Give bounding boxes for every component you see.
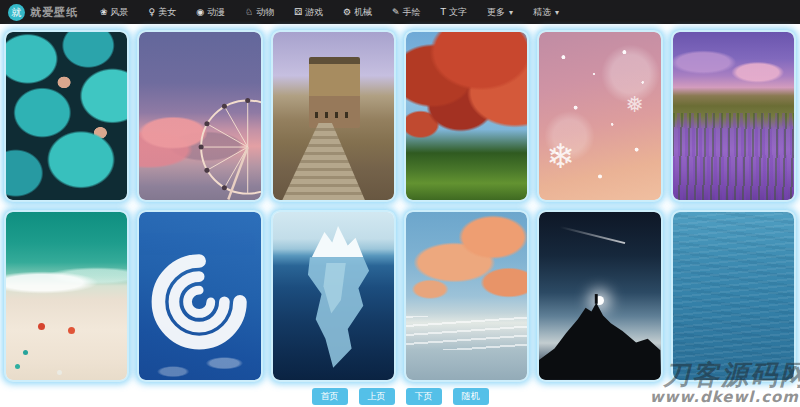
text-icon: T	[441, 7, 447, 17]
nav-item-label: 美女	[158, 6, 176, 19]
pagination-prev-button[interactable]: 上页	[359, 388, 395, 405]
wallpaper-thumbnail-great-wall[interactable]	[271, 30, 396, 202]
wallpaper-thumbnail-iceberg[interactable]	[271, 210, 396, 382]
top-navbar: 就 就爱壁纸 ❀ 风景 ♀ 美女 ◉ 动漫 ♘ 动物 ⚄ 游戏 ⚙ 机械 ✎ 手…	[0, 0, 800, 24]
teal-flowers-image	[6, 32, 127, 200]
wallpaper-thumbnail-lavender-field[interactable]	[671, 30, 796, 202]
game-icon: ⚄	[294, 7, 302, 17]
aerial-beach-image	[6, 212, 127, 380]
watchtower-shape	[309, 57, 360, 128]
pagination-random-button[interactable]: 随机	[453, 388, 489, 405]
pagination-bar: 首页 上页 下页 随机	[0, 388, 800, 405]
nav-item-featured[interactable]: 精选 ▾	[523, 0, 569, 24]
nav-item-anime[interactable]: ◉ 动漫	[186, 0, 235, 24]
pink-snowflakes-image	[539, 32, 660, 200]
logo-badge-icon: 就	[8, 4, 25, 21]
wallpaper-thumbnail-ferris-wheel-sunset[interactable]	[137, 30, 262, 202]
ferris-wheel-sunset-image	[139, 32, 260, 200]
chevron-down-icon: ▾	[555, 8, 559, 17]
nav-item-label: 动物	[256, 6, 274, 19]
wallpaper-thumbnail-pink-snowflakes[interactable]	[537, 30, 662, 202]
iceberg-graphic	[273, 212, 394, 380]
wallpaper-thumbnail-teal-flowers[interactable]	[4, 30, 129, 202]
nav-item-scenery[interactable]: ❀ 风景	[90, 0, 139, 24]
machine-icon: ⚙	[343, 7, 351, 17]
nav-item-game[interactable]: ⚄ 游戏	[284, 0, 333, 24]
lavender-field-image	[673, 32, 794, 200]
anime-icon: ◉	[196, 7, 204, 17]
nav-item-label: 精选	[533, 6, 551, 19]
blue-ocean-image	[673, 212, 794, 380]
wallpaper-thumbnail-blue-ocean[interactable]	[671, 210, 796, 382]
nav-item-machine[interactable]: ⚙ 机械	[333, 0, 382, 24]
wallpaper-thumbnail-night-summit[interactable]	[537, 210, 662, 382]
scenery-icon: ❀	[100, 7, 108, 17]
wallpaper-thumbnail-spiral-cloud[interactable]	[137, 210, 262, 382]
wall-path-shape	[282, 123, 365, 200]
nav-item-text[interactable]: T 文字	[431, 0, 478, 24]
nav-item-more[interactable]: 更多 ▾	[477, 0, 523, 24]
nav-item-label: 风景	[111, 6, 129, 19]
wallpaper-thumbnail-autumn-red-tree[interactable]	[404, 30, 529, 202]
beauty-icon: ♀	[149, 7, 156, 17]
nav-item-label: 机械	[354, 6, 372, 19]
great-wall-image	[273, 32, 394, 200]
sunset-clouds-beach-image	[406, 212, 527, 380]
handdrawn-icon: ✎	[392, 7, 400, 17]
iceberg-image	[273, 212, 394, 380]
site-name: 就爱壁纸	[30, 5, 78, 20]
nav-item-label: 更多	[487, 6, 505, 19]
autumn-red-tree-image	[406, 32, 527, 200]
cloud-swirl-graphic	[139, 212, 260, 380]
wallpaper-thumbnail-sunset-clouds-beach[interactable]	[404, 210, 529, 382]
nav-item-label: 文字	[449, 6, 467, 19]
rocky-peak-graphic	[539, 212, 660, 380]
nav-item-handdrawn[interactable]: ✎ 手绘	[382, 0, 431, 24]
ferris-wheel-graphic	[139, 32, 260, 200]
nav-item-beauty[interactable]: ♀ 美女	[139, 0, 187, 24]
nav-item-label: 游戏	[305, 6, 323, 19]
wallpaper-thumbnail-aerial-beach[interactable]	[4, 210, 129, 382]
night-summit-image	[539, 212, 660, 380]
pagination-next-button[interactable]: 下页	[406, 388, 442, 405]
nav-item-label: 动漫	[207, 6, 225, 19]
wallpaper-grid	[0, 24, 800, 382]
chevron-down-icon: ▾	[509, 8, 513, 17]
pagination-home-button[interactable]: 首页	[312, 388, 348, 405]
nav-item-label: 手绘	[403, 6, 421, 19]
spiral-cloud-image	[139, 212, 260, 380]
nav-item-animal[interactable]: ♘ 动物	[235, 0, 284, 24]
site-logo[interactable]: 就 就爱壁纸	[8, 4, 78, 21]
animal-icon: ♘	[245, 7, 253, 17]
